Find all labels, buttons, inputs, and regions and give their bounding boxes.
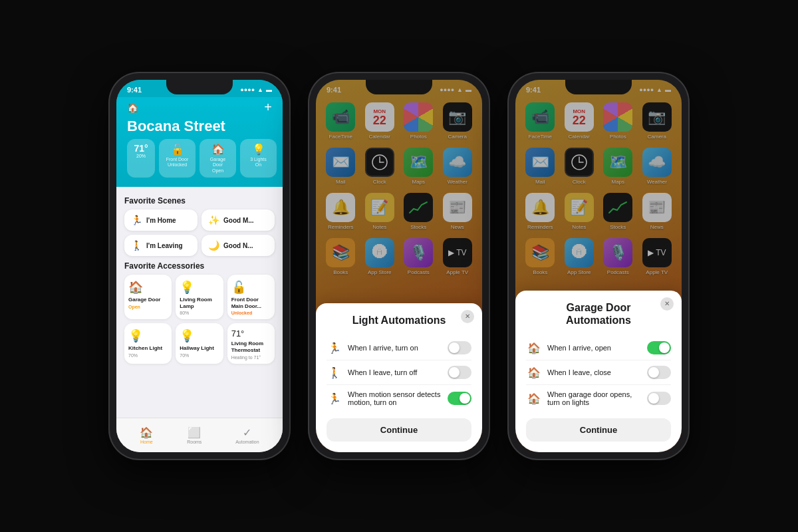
status-tiles: 71° 20% 🔓 Front DoorUnlocked 🏠 Garage Do… bbox=[127, 135, 272, 180]
garage-opens-icon: 🏠 bbox=[526, 392, 542, 405]
arrive-toggle-knob bbox=[449, 342, 460, 353]
front-door-acc[interactable]: 🔓 Front Door Main Door... Unlocked bbox=[227, 275, 275, 319]
home-tab-icon: 🏠 bbox=[140, 426, 153, 439]
lamp-acc-name: Living Room Lamp bbox=[180, 297, 219, 309]
living-room-lamp-acc[interactable]: 💡 Living Room Lamp 80% bbox=[176, 275, 223, 319]
light-automations-modal: ✕ Light Automations 🏃 When I arrive, tur… bbox=[316, 303, 482, 452]
night-scene-icon: 🌙 bbox=[208, 240, 219, 251]
tab-bar-1: 🏠 Home ⬜ Rooms ✓ Automation bbox=[116, 418, 283, 452]
automation-tab-icon: ✓ bbox=[235, 426, 259, 439]
night-scene-label: Good N... bbox=[223, 242, 253, 249]
garage-arrive-toggle[interactable] bbox=[647, 341, 671, 354]
modal-close-2[interactable]: ✕ bbox=[461, 310, 474, 323]
leave-toggle[interactable] bbox=[448, 366, 471, 379]
wifi-icon: ▲ bbox=[257, 86, 263, 93]
garage-acc-icon: 🏠 bbox=[128, 280, 168, 295]
garage-automations-title: Garage DoorAutomations bbox=[526, 299, 671, 327]
light-continue-button[interactable]: Continue bbox=[327, 418, 471, 442]
lamp-acc-icon: 💡 bbox=[180, 280, 219, 295]
garage-opens-toggle[interactable] bbox=[647, 392, 671, 405]
automation-tab-label: Automation bbox=[235, 440, 259, 444]
front-door-label: Front DoorUnlocked bbox=[164, 157, 190, 168]
temperature: 71° bbox=[132, 143, 150, 154]
morning-scene-label: Good M... bbox=[223, 217, 254, 224]
scene-good-morning[interactable]: ✨ Good M... bbox=[201, 209, 275, 231]
scene-good-night[interactable]: 🌙 Good N... bbox=[201, 235, 275, 256]
thermostat-acc[interactable]: 71° Living Room Thermostat Heating to 71… bbox=[227, 323, 275, 363]
home-tab-label: Home bbox=[140, 440, 153, 444]
lights-tile[interactable]: 💡 3 LightsOn bbox=[240, 139, 277, 178]
arrive-toggle[interactable] bbox=[448, 341, 471, 354]
garage-continue-button[interactable]: Continue bbox=[526, 418, 671, 442]
garage-arrive-icon: 🏠 bbox=[526, 342, 542, 354]
tab-home[interactable]: 🏠 Home bbox=[140, 426, 153, 444]
arrive-icon: 🏃 bbox=[327, 342, 342, 354]
kitchen-light-acc[interactable]: 💡 Kitchen Light 70% bbox=[124, 323, 172, 363]
garage-door-tile[interactable]: 🏠 Garage DoorOpen bbox=[200, 139, 236, 178]
garage-arrive-label: When I arrive, open bbox=[547, 344, 642, 352]
lights-label: 3 LightsOn bbox=[245, 157, 271, 168]
leave-label: When I leave, turn off bbox=[348, 368, 442, 376]
home-app-icon: 🏠 bbox=[127, 102, 138, 113]
home-title: Bocana Street bbox=[127, 118, 272, 135]
hallway-acc-icon: 💡 bbox=[180, 329, 219, 343]
garage-opens-row: 🏠 When garage door opens, turn on lights bbox=[526, 385, 671, 412]
rooms-tab-label: Rooms bbox=[187, 440, 201, 444]
weather-tile[interactable]: 71° 20% bbox=[127, 139, 155, 178]
garage-door-label: Garage DoorOpen bbox=[205, 157, 231, 174]
status-icons-1: ●●●● ▲ ▬ bbox=[240, 86, 272, 93]
garage-leave-icon: 🏠 bbox=[526, 366, 542, 379]
garage-opens-label: When garage door opens, turn on lights bbox=[547, 390, 642, 406]
scene-im-home[interactable]: 🏃 I'm Home bbox=[124, 209, 198, 231]
scene-grid: 🏃 I'm Home ✨ Good M... 🚶 I'm Leaving 🌙 G… bbox=[124, 209, 275, 256]
thermostat-acc-status: Heating to 71° bbox=[231, 355, 271, 360]
motion-label: When motion sensor detects motion, turn … bbox=[348, 390, 442, 406]
modal-close-3[interactable]: ✕ bbox=[660, 297, 674, 311]
frontdoor-acc-icon: 🔓 bbox=[231, 280, 271, 295]
lights-icon: 💡 bbox=[245, 143, 271, 156]
modal-overlay-3: ✕ Garage DoorAutomations 🏠 When I arrive… bbox=[515, 80, 682, 452]
scenes-section-title: Favorite Scenes bbox=[124, 196, 275, 205]
garage-leave-toggle[interactable] bbox=[647, 366, 671, 379]
battery-icon: ▬ bbox=[266, 86, 272, 93]
hallway-acc-name: Hallway Light bbox=[180, 345, 219, 352]
humidity: 20% bbox=[132, 154, 150, 158]
light-automations-title: Light Automations bbox=[327, 311, 471, 327]
hallway-light-acc[interactable]: 💡 Hallway Light 70% bbox=[176, 323, 223, 363]
lamp-acc-status: 80% bbox=[180, 311, 219, 315]
signal-icon: ●●●● bbox=[240, 86, 255, 93]
home-header: 🏠 + Bocana Street 71° 20% 🔓 Front DoorUn… bbox=[116, 97, 283, 187]
garage-automations-modal: ✕ Garage DoorAutomations 🏠 When I arrive… bbox=[515, 291, 682, 452]
garage-opens-knob bbox=[648, 393, 659, 404]
garage-acc-name: Garage Door bbox=[128, 297, 168, 303]
garage-leave-row: 🏠 When I leave, close bbox=[526, 360, 671, 385]
garage-door-acc[interactable]: 🏠 Garage Door Open bbox=[124, 275, 172, 319]
modal-overlay-2: ✕ Light Automations 🏃 When I arrive, tur… bbox=[316, 80, 482, 452]
front-door-icon: 🔓 bbox=[164, 143, 190, 156]
add-button[interactable]: + bbox=[264, 100, 272, 115]
garage-arrive-row: 🏠 When I arrive, open bbox=[526, 336, 671, 360]
motion-toggle[interactable] bbox=[448, 392, 471, 405]
hallway-acc-status: 70% bbox=[180, 353, 219, 358]
scene-im-leaving[interactable]: 🚶 I'm Leaving bbox=[124, 235, 198, 256]
front-door-tile[interactable]: 🔓 Front DoorUnlocked bbox=[159, 139, 196, 178]
phone-3: 9:41 ●●●● ▲ ▬ 📹 FaceTime MON 22 Calendar bbox=[509, 73, 688, 459]
morning-scene-icon: ✨ bbox=[208, 215, 219, 225]
accessories-grid: 🏠 Garage Door Open 💡 Living Room Lamp 80… bbox=[124, 275, 275, 363]
garage-leave-label: When I leave, close bbox=[547, 368, 642, 376]
notch-1 bbox=[166, 80, 233, 94]
phone-1: 9:41 ●●●● ▲ ▬ 🏠 + Bocana Street 71° 20% bbox=[110, 73, 289, 459]
motion-icon: 🏃 bbox=[327, 392, 342, 405]
motion-toggle-knob bbox=[460, 393, 470, 404]
garage-acc-status: Open bbox=[128, 305, 168, 309]
tab-automation[interactable]: ✓ Automation bbox=[235, 426, 259, 444]
accessories-section-title: Favorite Accessories bbox=[124, 261, 275, 271]
thermostat-acc-icon: 71° bbox=[231, 329, 271, 338]
kitchen-acc-status: 70% bbox=[128, 353, 168, 358]
rooms-tab-icon: ⬜ bbox=[187, 426, 201, 439]
automation-row-arrive: 🏃 When I arrive, turn on bbox=[327, 336, 471, 360]
leaving-scene-icon: 🚶 bbox=[131, 240, 142, 251]
home-scene-label: I'm Home bbox=[146, 217, 176, 224]
tab-rooms[interactable]: ⬜ Rooms bbox=[187, 426, 201, 444]
frontdoor-acc-status: Unlocked bbox=[231, 311, 271, 315]
